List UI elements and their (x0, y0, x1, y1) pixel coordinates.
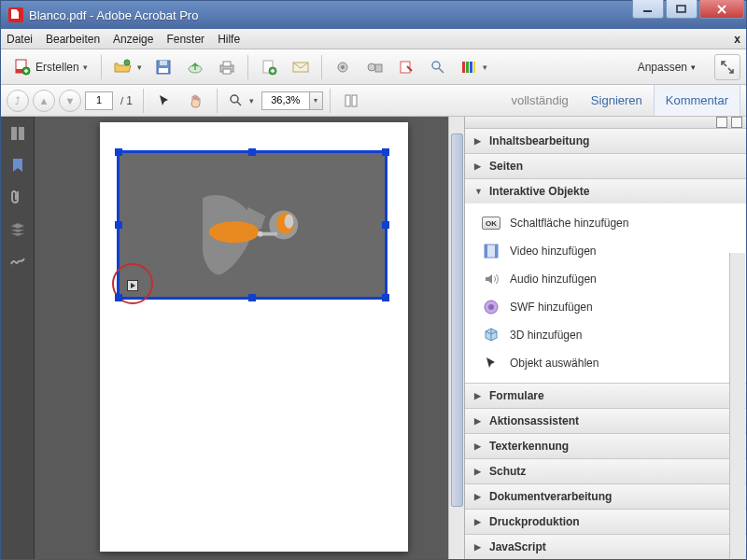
svg-rect-0 (643, 10, 652, 12)
minimize-button[interactable] (632, 0, 664, 19)
hand-icon (188, 92, 204, 109)
attachments-icon[interactable] (8, 188, 27, 206)
panel-druckproduktion[interactable]: ▶Druckproduktion (465, 510, 746, 534)
create-button[interactable]: Erstellen ▾ (7, 54, 94, 80)
nav-toolbar: ⤴ ▲ ▼ 1 / 1 36,3%▾ vollständig Signieren… (1, 85, 746, 117)
menu-fenster[interactable]: Fenster (166, 33, 204, 46)
page-input[interactable]: 1 (85, 91, 113, 110)
media-placeholder (120, 153, 385, 297)
panel-javascript[interactable]: ▶JavaScript (465, 535, 746, 559)
resize-handle[interactable] (115, 221, 122, 229)
left-sidebar (1, 117, 35, 559)
email-button[interactable] (287, 54, 315, 80)
selected-object[interactable] (117, 150, 388, 300)
resize-handle[interactable] (115, 294, 122, 301)
tool-add-3d[interactable]: 3D hinzufügen (465, 321, 746, 349)
prev-page-button[interactable]: ▲ (33, 90, 55, 112)
zoom-dropdown[interactable]: ▾ (310, 91, 323, 110)
svg-point-21 (432, 62, 440, 69)
resize-handle[interactable] (382, 148, 389, 156)
next-page-button[interactable]: ▼ (59, 90, 81, 112)
doc-close-button[interactable]: x (734, 33, 740, 46)
resize-handle[interactable] (382, 294, 389, 301)
tool-select-object[interactable]: Objekt auswählen (465, 349, 746, 377)
hand-tool[interactable] (182, 88, 210, 114)
panel-dokumentverarbeitung[interactable]: ▶Dokumentverarbeitung (465, 484, 746, 509)
svg-rect-24 (470, 62, 472, 73)
panel-seiten[interactable]: ▶Seiten (465, 154, 746, 178)
acrobat-icon (8, 7, 23, 22)
create-pdf-icon (13, 58, 32, 77)
resize-handle[interactable] (115, 148, 122, 156)
svg-rect-29 (11, 127, 17, 140)
svg-point-26 (231, 95, 238, 103)
svg-rect-27 (345, 95, 350, 106)
svg-point-5 (124, 60, 130, 65)
maximize-button[interactable] (666, 0, 698, 19)
tool-add-button[interactable]: OKSchaltfläche hinzufügen (465, 209, 746, 237)
gear-print-button[interactable] (360, 54, 388, 80)
cloud-upload-icon (186, 58, 204, 77)
edit-page-button[interactable] (392, 54, 420, 80)
thumbnails-icon[interactable] (8, 124, 27, 143)
panel-interaktive-objekte[interactable]: ▼Interaktive Objekte (465, 179, 746, 203)
zoom-tool[interactable] (224, 88, 258, 114)
customize-button[interactable]: Anpassen▾ (630, 61, 703, 74)
edit-page-icon (398, 59, 415, 76)
main-toolbar: Erstellen ▾ Anpassen▾ (1, 49, 746, 85)
tab-kommentar[interactable]: Kommentar (654, 85, 740, 116)
tool-add-swf[interactable]: SWF hinzufügen (465, 293, 746, 321)
tool-add-audio[interactable]: Audio hinzufügen (465, 265, 746, 293)
menu-bearbeiten[interactable]: Bearbeiten (46, 33, 100, 46)
search-button[interactable] (424, 54, 452, 80)
swf-icon (483, 299, 500, 315)
close-button[interactable] (699, 0, 744, 19)
window-title: Blanco.pdf - Adobe Acrobat Pro (29, 8, 632, 22)
resize-handle[interactable] (248, 148, 256, 156)
tool-add-video[interactable]: Video hinzufügen (465, 237, 746, 265)
bookmarks-icon[interactable] (8, 156, 27, 175)
panel-schutz[interactable]: ▶Schutz (465, 459, 746, 483)
tab-signieren[interactable]: Signieren (580, 85, 654, 116)
panel-collapse-button[interactable] (731, 117, 742, 128)
signatures-icon[interactable] (8, 251, 27, 270)
resize-handle[interactable] (382, 221, 389, 229)
first-page-button[interactable]: ⤴ (7, 90, 29, 112)
panel-menu-button[interactable] (716, 117, 727, 128)
menu-hilfe[interactable]: Hilfe (218, 33, 240, 46)
print-button[interactable] (213, 54, 241, 80)
app-window: Blanco.pdf - Adobe Acrobat Pro Datei Bea… (0, 0, 747, 560)
layers-icon[interactable] (8, 219, 27, 238)
svg-rect-30 (19, 127, 24, 140)
resize-handle[interactable] (248, 294, 256, 301)
document-viewport[interactable] (35, 117, 464, 559)
doc-scrollbar[interactable] (448, 117, 464, 559)
menu-anzeige[interactable]: Anzeige (113, 33, 153, 46)
menu-datei[interactable]: Datei (7, 33, 33, 46)
svg-rect-25 (473, 62, 475, 73)
envelope-icon (291, 58, 310, 77)
speaker-icon (483, 271, 500, 287)
color-button[interactable] (456, 54, 491, 80)
open-button[interactable] (108, 54, 146, 80)
panel-aktionsassistent[interactable]: ▶Aktionsassistent (465, 409, 746, 433)
fullscreen-button[interactable] (714, 54, 740, 80)
svg-rect-11 (223, 62, 231, 66)
panel-texterkennung[interactable]: ▶Texterkennung (465, 434, 746, 458)
ok-icon: OK (482, 217, 500, 230)
tab-vollstaendig[interactable]: vollständig (500, 85, 579, 116)
save-button[interactable] (149, 54, 177, 80)
cube-icon (483, 327, 500, 343)
view-mode-button[interactable] (337, 88, 365, 114)
panel-inhaltsbearbeitung[interactable]: ▶Inhaltsbearbeitung (465, 129, 746, 153)
cursor-icon (157, 93, 172, 108)
cloud-button[interactable] (181, 54, 209, 80)
zoom-input[interactable]: 36,3% (261, 91, 310, 110)
share-button[interactable] (255, 54, 283, 80)
select-tool[interactable] (150, 88, 178, 114)
svg-point-31 (209, 221, 260, 243)
panel-formulare[interactable]: ▶Formulare (465, 384, 746, 408)
gear1-button[interactable] (329, 54, 357, 80)
svg-rect-7 (160, 61, 167, 65)
panel-scrollbar[interactable] (729, 253, 745, 558)
